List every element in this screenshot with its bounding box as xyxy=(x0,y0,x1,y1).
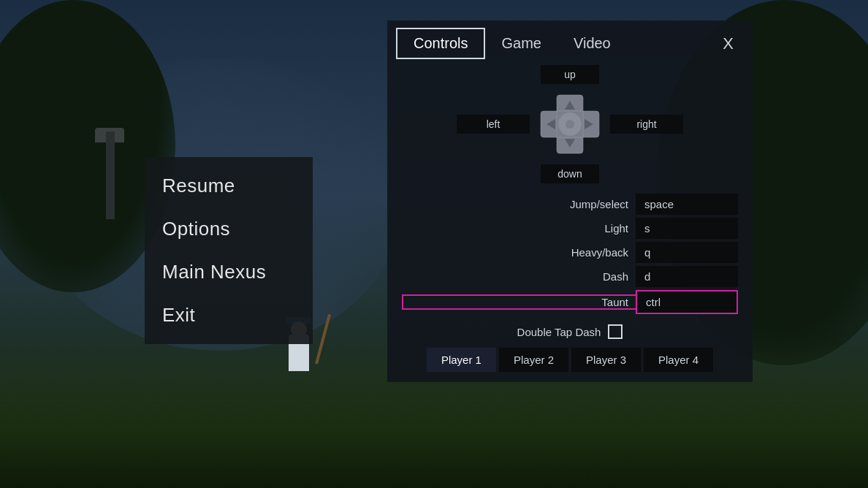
player-4-tab[interactable]: Player 4 xyxy=(644,348,713,372)
options-button[interactable]: Options xyxy=(145,207,313,251)
dpad-right-key[interactable]: right xyxy=(610,115,683,134)
binding-dash: Dash d xyxy=(402,266,738,287)
dpad-left-key[interactable]: left xyxy=(457,115,530,134)
dpad-up-key[interactable]: up xyxy=(541,65,599,84)
heavy-label: Heavy/back xyxy=(402,246,636,259)
player-3-tab[interactable]: Player 3 xyxy=(571,348,641,372)
lamp-post xyxy=(106,131,115,219)
taunt-label: Taunt xyxy=(402,294,636,310)
jump-label: Jump/select xyxy=(402,198,636,210)
tab-video[interactable]: Video xyxy=(557,29,627,58)
main-nexus-button[interactable]: Main Nexus xyxy=(145,251,313,294)
dash-label: Dash xyxy=(402,270,636,283)
doubletap-row: Double Tap Dash xyxy=(387,324,753,339)
doubletap-checkbox[interactable] xyxy=(608,324,623,339)
heavy-key[interactable]: q xyxy=(636,242,738,263)
binding-light: Light s xyxy=(402,218,738,239)
binding-taunt: Taunt ctrl xyxy=(402,290,738,314)
player-1-tab[interactable]: Player 1 xyxy=(427,348,496,372)
resume-button[interactable]: Resume xyxy=(145,164,313,207)
doubletap-label: Double Tap Dash xyxy=(517,326,601,338)
dpad-up-row: up xyxy=(541,65,599,84)
exit-button[interactable]: Exit xyxy=(145,294,313,337)
bindings-section: Jump/select space Light s Heavy/back q D… xyxy=(387,188,753,320)
binding-heavy: Heavy/back q xyxy=(402,242,738,263)
bird-silhouette xyxy=(44,37,66,47)
dpad-section: up left xyxy=(387,65,753,183)
dash-key[interactable]: d xyxy=(636,266,738,287)
dpad-svg xyxy=(533,88,606,161)
svg-point-7 xyxy=(566,120,574,129)
binding-jump: Jump/select space xyxy=(402,194,738,215)
dpad-middle-row: left xyxy=(457,84,683,164)
jump-key[interactable]: space xyxy=(636,194,738,215)
tab-controls[interactable]: Controls xyxy=(396,28,485,59)
taunt-key[interactable]: ctrl xyxy=(636,290,738,314)
player-tabs: Player 1 Player 2 Player 3 Player 4 xyxy=(387,342,753,375)
controls-panel: Controls Game Video X up left xyxy=(387,20,753,382)
player-2-tab[interactable]: Player 2 xyxy=(499,348,568,372)
close-button[interactable]: X xyxy=(712,31,744,56)
light-key[interactable]: s xyxy=(636,218,738,239)
dpad-down-key[interactable]: down xyxy=(541,164,599,183)
menu-panel: Resume Options Main Nexus Exit xyxy=(145,157,313,344)
tab-game[interactable]: Game xyxy=(485,29,557,58)
light-label: Light xyxy=(402,222,636,235)
dpad-down-row: down xyxy=(541,164,599,183)
tab-bar: Controls Game Video X xyxy=(387,20,753,59)
dpad-widget xyxy=(530,84,610,164)
